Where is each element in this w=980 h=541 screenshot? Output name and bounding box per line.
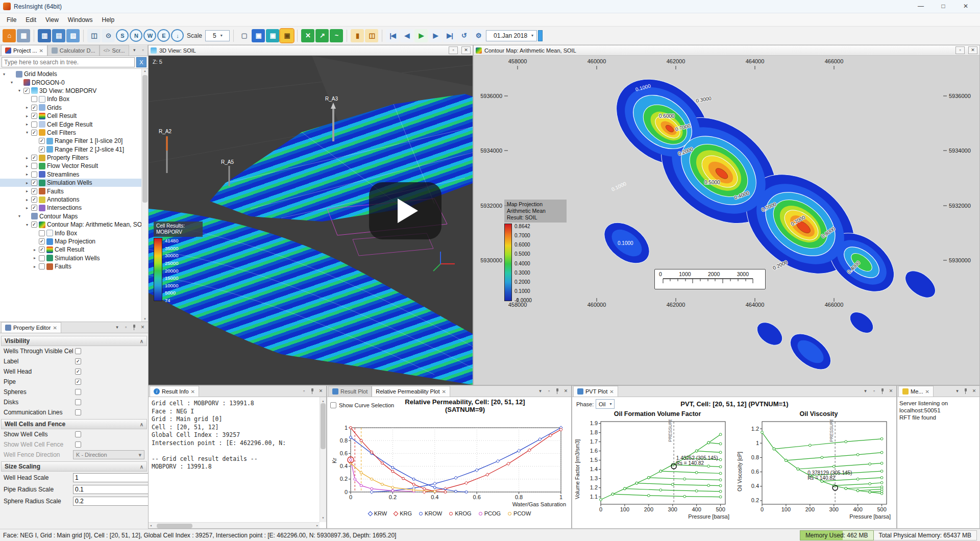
- vertical-scrollbar[interactable]: ▴ ▾: [320, 397, 326, 522]
- tree-item[interactable]: Faults: [0, 262, 148, 270]
- tab-relative-permeability-plot[interactable]: Relative Permeability Plot✕: [372, 386, 450, 397]
- close-icon[interactable]: ✕: [191, 389, 195, 395]
- tree-expander-icon[interactable]: [32, 264, 37, 269]
- close-icon[interactable]: ✕: [39, 48, 43, 54]
- menu-item[interactable]: Help: [97, 14, 119, 26]
- contour-map-viewport[interactable]: 458000 460000 462000 464000 466000 45800…: [474, 56, 979, 385]
- property-select[interactable]: K - Direction▾: [73, 450, 144, 459]
- tab-result-info[interactable]: Result Info✕: [150, 386, 199, 397]
- show-grid-box-button[interactable]: ▢: [237, 29, 251, 42]
- show-curve-selection-checkbox[interactable]: Show Curve Selection: [330, 402, 394, 408]
- maximize-icon[interactable]: □: [932, 0, 954, 13]
- animation-step-back-button[interactable]: ◀: [400, 29, 413, 42]
- tree-checkbox[interactable]: [31, 113, 37, 119]
- tree-item[interactable]: Grids: [0, 104, 148, 112]
- close-icon[interactable]: ✕: [562, 388, 569, 395]
- tree-item[interactable]: DROGON-0: [0, 78, 148, 86]
- float-panel-icon[interactable]: ▫: [871, 388, 877, 395]
- open-project-button[interactable]: ⌂: [3, 29, 16, 42]
- timestep-combobox[interactable]: 01.Jan 2018: [486, 30, 537, 41]
- tree-expander-icon[interactable]: [2, 72, 7, 77]
- crossing-well-paths-button[interactable]: ↗: [315, 29, 329, 42]
- bo-chart[interactable]: 01002003004005001.11.21.31.41.51.61.71.8…: [585, 420, 729, 512]
- panel-menu-icon[interactable]: ▾: [131, 47, 138, 54]
- tree-item[interactable]: Simulation Wells: [0, 254, 148, 262]
- pin-icon[interactable]: [554, 388, 560, 395]
- tree-item[interactable]: Range Filter 2 [J-slice 41]: [0, 145, 148, 154]
- close-icon[interactable]: ✕: [53, 325, 57, 331]
- legend-item[interactable]: KRG: [394, 510, 412, 517]
- view-from-north-button[interactable]: N: [130, 29, 142, 42]
- menu-item[interactable]: View: [41, 14, 63, 26]
- scroll-right-icon[interactable]: ▸: [316, 522, 318, 529]
- tree-checkbox[interactable]: [31, 121, 37, 128]
- property-checkbox[interactable]: [75, 431, 81, 437]
- tree-item[interactable]: Cell Edge Result: [0, 120, 148, 128]
- section-header-well-cells[interactable]: Well Cells and Fence∧: [1, 419, 147, 429]
- tree-checkbox[interactable]: [39, 255, 45, 261]
- animation-repeat-button[interactable]: ↺: [457, 29, 471, 42]
- menu-item[interactable]: Windows: [63, 14, 97, 26]
- tree-item[interactable]: Property Filters: [0, 154, 148, 162]
- toolbar-item[interactable]: Scale: [187, 32, 202, 39]
- tab-project[interactable]: Project ...✕: [1, 45, 47, 56]
- property-checkbox[interactable]: [75, 441, 81, 448]
- clear-search-button[interactable]: X: [136, 57, 146, 67]
- tree-item[interactable]: Faults: [0, 187, 148, 195]
- toolbar-item[interactable]: [233, 30, 234, 42]
- section-header-size-scaling[interactable]: Size Scaling∧: [1, 461, 147, 472]
- tree-item[interactable]: Cell Result: [0, 112, 148, 120]
- view3d-titlebar[interactable]: 3D View: SOIL ▫ ✕: [149, 45, 473, 56]
- phase-select[interactable]: Oil ▾: [596, 399, 615, 409]
- relperm-chart[interactable]: 00.20.40.60.8100.20.40.60.81: [335, 426, 566, 501]
- tab-result-plot[interactable]: Result Plot: [328, 386, 372, 397]
- toolbar-item[interactable]: [382, 30, 382, 42]
- close-icon[interactable]: ✕: [925, 389, 929, 395]
- tree-checkbox[interactable]: [31, 163, 37, 169]
- menu-item[interactable]: File: [2, 14, 21, 26]
- property-checkbox[interactable]: [75, 358, 81, 364]
- viscosity-chart[interactable]: 01002003004005000.20.40.60.811.2PRESSURE…: [747, 420, 891, 512]
- float-panel-icon[interactable]: ▫: [546, 388, 552, 395]
- property-checkbox[interactable]: [75, 409, 81, 415]
- close-icon[interactable]: ✕: [442, 389, 446, 395]
- new-grid-plot-button[interactable]: ▧: [66, 29, 80, 42]
- collapse-icon[interactable]: ∧: [140, 464, 143, 470]
- video-play-button[interactable]: [369, 182, 442, 239]
- scroll-left-icon[interactable]: ◂: [150, 522, 152, 529]
- legend-item[interactable]: KROW: [419, 510, 442, 517]
- tree-checkbox[interactable]: [31, 180, 37, 186]
- close-icon[interactable]: ✕: [888, 388, 894, 395]
- tree-expander-icon[interactable]: [24, 223, 30, 227]
- tree-item[interactable]: Contour Map: Arithmetic Mean, SOIL: [0, 220, 148, 229]
- tab-property-editor[interactable]: Property Editor✕: [1, 322, 61, 333]
- close-icon[interactable]: ✕: [971, 388, 977, 395]
- animation-skip-to-end-button[interactable]: ▶|: [443, 29, 456, 42]
- close-icon[interactable]: ✕: [609, 389, 614, 395]
- property-input[interactable]: [73, 473, 156, 482]
- tree-expander-icon[interactable]: [24, 105, 30, 110]
- collapse-icon[interactable]: ∧: [140, 338, 143, 344]
- panel-menu-icon[interactable]: ▾: [114, 324, 120, 331]
- tree-checkbox[interactable]: [39, 263, 45, 269]
- animation-progress-bar[interactable]: [538, 30, 543, 41]
- tree-checkbox[interactable]: [39, 138, 45, 144]
- property-input[interactable]: [73, 497, 156, 506]
- horizontal-scrollbar[interactable]: ◂ ▸: [149, 522, 320, 529]
- tree-expander-icon[interactable]: [24, 114, 30, 118]
- tree-expander-icon[interactable]: [24, 130, 30, 135]
- float-panel-icon[interactable]: ▫: [122, 324, 129, 331]
- scroll-down-icon[interactable]: ▾: [142, 317, 148, 321]
- tree-checkbox[interactable]: [31, 171, 37, 178]
- property-input[interactable]: [73, 485, 156, 494]
- menu-item[interactable]: Edit: [21, 14, 41, 26]
- tree-checkbox[interactable]: [39, 146, 45, 153]
- tree-item[interactable]: Map Projection: [0, 237, 148, 245]
- well-paths-button[interactable]: ~: [330, 29, 343, 42]
- tree-expander-icon[interactable]: [24, 189, 30, 193]
- toolbar-item[interactable]: [297, 30, 298, 42]
- animation-settings-button[interactable]: ⚙: [472, 29, 485, 42]
- close-icon[interactable]: ✕: [317, 388, 324, 395]
- tree-checkbox[interactable]: [31, 130, 37, 136]
- float-panel-icon[interactable]: ▫: [140, 47, 146, 54]
